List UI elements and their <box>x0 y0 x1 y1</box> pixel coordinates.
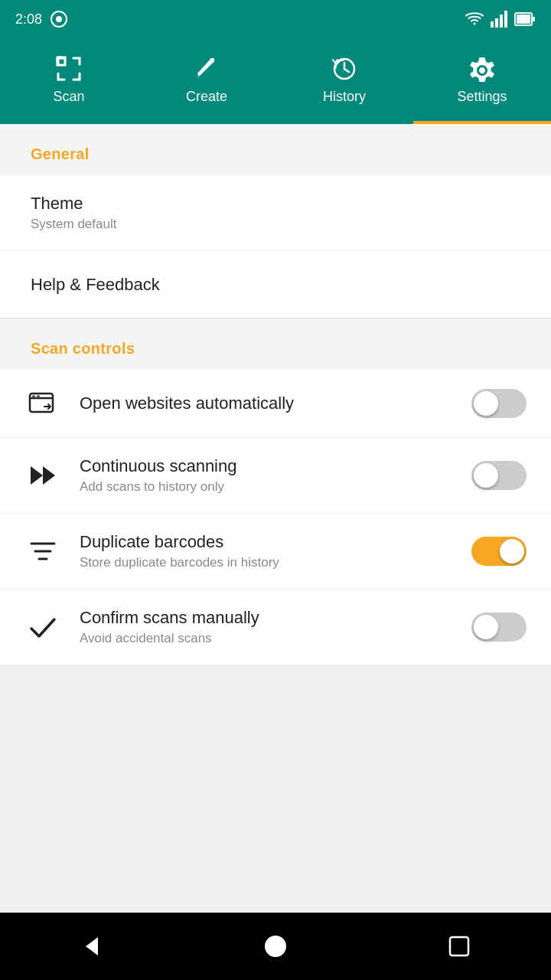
svg-rect-16 <box>37 396 40 397</box>
history-icon <box>331 55 358 83</box>
continuous-scanning-setting[interactable]: Continuous scanning Add scans to history… <box>0 437 551 513</box>
svg-point-1 <box>56 16 62 22</box>
svg-rect-24 <box>450 937 468 956</box>
confirm-scans-toggle[interactable] <box>471 612 527 642</box>
svg-marker-17 <box>31 466 43 485</box>
filter-icon <box>24 536 61 567</box>
battery-icon <box>514 10 536 28</box>
duplicate-barcodes-setting[interactable]: Duplicate barcodes Store duplicate barco… <box>0 513 551 589</box>
open-websites-title: Open websites automatically <box>80 394 453 413</box>
open-websites-toggle[interactable] <box>471 389 527 418</box>
svg-point-23 <box>265 936 286 957</box>
status-bar: 2:08 <box>0 0 551 38</box>
continuous-scanning-subtitle: Add scans to history only <box>80 479 453 495</box>
open-browser-icon <box>24 388 61 419</box>
signal-icon <box>490 10 508 28</box>
scan-icon <box>55 55 83 83</box>
help-feedback-setting[interactable]: Help & Feedback <box>0 250 551 318</box>
fast-forward-icon <box>24 460 61 491</box>
app-icon <box>50 10 68 28</box>
duplicate-barcodes-title: Duplicate barcodes <box>80 532 453 552</box>
svg-rect-4 <box>495 18 498 28</box>
scan-controls-group: Open websites automatically Continuous s… <box>0 370 551 665</box>
svg-rect-15 <box>32 396 35 397</box>
svg-rect-8 <box>532 17 535 21</box>
recent-apps-button[interactable] <box>436 923 482 969</box>
back-button[interactable] <box>69 923 115 969</box>
confirm-scans-setting[interactable]: Confirm scans manually Avoid accidental … <box>0 589 551 665</box>
check-icon <box>24 612 61 642</box>
tab-history-label: History <box>323 89 366 105</box>
svg-rect-5 <box>500 15 503 28</box>
top-navigation: Scan Create History Settings <box>0 38 551 124</box>
open-websites-toggle-knob <box>474 391 498 416</box>
bottom-navigation <box>0 913 551 980</box>
tab-history[interactable]: History <box>276 38 413 124</box>
scan-controls-section-header: Scan controls <box>0 318 551 370</box>
duplicate-barcodes-toggle-knob <box>500 539 524 564</box>
create-icon <box>193 55 220 83</box>
tab-create[interactable]: Create <box>138 38 276 124</box>
continuous-scanning-title: Continuous scanning <box>80 456 453 476</box>
tab-scan-label: Scan <box>53 89 84 105</box>
svg-rect-3 <box>491 21 494 28</box>
status-icons <box>465 10 536 28</box>
tab-create-label: Create <box>186 89 227 105</box>
duplicate-barcodes-toggle[interactable] <box>471 537 527 566</box>
settings-icon <box>468 55 496 83</box>
tab-settings-label: Settings <box>457 89 507 105</box>
tab-settings[interactable]: Settings <box>413 38 551 124</box>
confirm-scans-toggle-knob <box>474 615 498 639</box>
theme-setting[interactable]: Theme System default <box>0 175 551 250</box>
svg-marker-22 <box>86 937 98 956</box>
theme-title: Theme <box>31 194 520 214</box>
help-title: Help & Feedback <box>31 275 520 295</box>
duplicate-barcodes-subtitle: Store duplicate barcodes in history <box>80 555 453 570</box>
continuous-scanning-toggle[interactable] <box>471 461 527 490</box>
svg-rect-9 <box>517 15 530 24</box>
svg-rect-6 <box>504 11 507 28</box>
settings-content: General Theme System default Help & Feed… <box>0 124 551 665</box>
continuous-scanning-toggle-knob <box>474 463 498 488</box>
svg-point-2 <box>474 23 476 25</box>
home-button[interactable] <box>253 923 298 969</box>
confirm-scans-subtitle: Avoid accidental scans <box>80 631 453 646</box>
tab-scan[interactable]: Scan <box>0 38 138 124</box>
status-time: 2:08 <box>15 11 42 28</box>
general-section-header: General <box>0 124 551 175</box>
svg-marker-18 <box>43 466 55 485</box>
general-settings-group: Theme System default Help & Feedback <box>0 175 551 318</box>
open-websites-setting[interactable]: Open websites automatically <box>0 370 551 437</box>
theme-subtitle: System default <box>31 217 520 232</box>
wifi-icon <box>465 10 484 28</box>
confirm-scans-title: Confirm scans manually <box>80 608 453 628</box>
